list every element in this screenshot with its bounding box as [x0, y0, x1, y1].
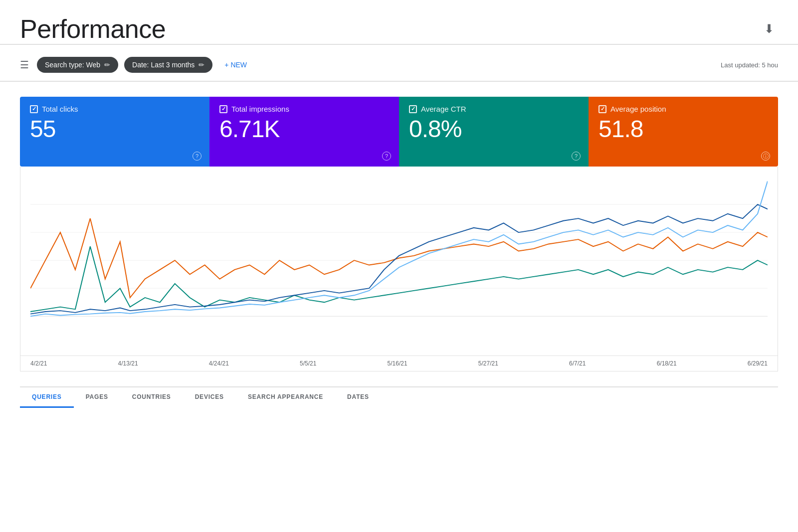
date-label-7: 6/18/21 [657, 360, 677, 367]
metric-card-total-clicks[interactable]: Total clicks 55 ? [20, 97, 209, 167]
new-button[interactable]: + NEW [218, 57, 253, 73]
search-type-label: Search type: Web [45, 61, 100, 69]
metric-card-total-impressions[interactable]: Total impressions 6.71K ? [209, 97, 399, 167]
date-label-2: 4/24/21 [209, 360, 229, 367]
date-label-1: 4/13/21 [118, 360, 138, 367]
tab-countries[interactable]: COUNTRIES [120, 387, 183, 408]
bottom-tabs: QUERIES PAGES COUNTRIES DEVICES SEARCH A… [20, 386, 778, 408]
metric-checkbox-position [598, 105, 606, 113]
filter-bar: ☰ Search type: Web ✏ Date: Last 3 months… [0, 45, 798, 82]
metric-label-impressions: Total impressions [231, 105, 289, 113]
performance-chart [30, 177, 768, 326]
chart-container [20, 167, 778, 356]
tab-dates[interactable]: DATES [335, 387, 381, 408]
tab-queries[interactable]: QUERIES [20, 387, 74, 408]
metric-value-impressions: 6.71K [219, 117, 389, 141]
date-label-4: 5/16/21 [388, 360, 407, 367]
tab-search-appearance[interactable]: SEARCH APPEARANCE [236, 387, 335, 408]
metric-help-clicks[interactable]: ? [193, 152, 201, 161]
date-label: Date: Last 3 months [132, 61, 195, 69]
metric-checkbox-impressions [219, 105, 227, 113]
metric-help-impressions[interactable]: ? [382, 152, 391, 161]
metric-label-ctr: Average CTR [421, 105, 466, 113]
metric-label-clicks: Total clicks [42, 105, 78, 113]
page-container: Performance ⬇ ☰ Search type: Web ✏ Date:… [0, 0, 798, 532]
metric-label-row-ctr: Average CTR [409, 105, 579, 113]
page-title: Performance [20, 14, 166, 44]
metric-label-row-impressions: Total impressions [219, 105, 389, 113]
date-labels-row: 4/2/21 4/13/21 4/24/21 5/5/21 5/16/21 5/… [20, 356, 778, 371]
metric-card-average-position[interactable]: Average position 51.8 ⓘ [589, 97, 778, 167]
date-filter[interactable]: Date: Last 3 months ✏ [124, 57, 212, 73]
date-label-5: 5/27/21 [478, 360, 498, 367]
date-edit-icon: ✏ [199, 61, 204, 69]
metrics-row: Total clicks 55 ? Total impressions 6.71… [20, 97, 778, 167]
header: Performance ⬇ [0, 0, 798, 44]
last-updated: Last updated: 5 hou [721, 61, 778, 69]
metric-help-position[interactable]: ⓘ [761, 152, 770, 161]
orange-line [30, 218, 768, 298]
search-type-edit-icon: ✏ [104, 61, 110, 69]
metric-checkbox-clicks [30, 105, 38, 113]
tab-devices[interactable]: DEVICES [183, 387, 236, 408]
metric-help-ctr[interactable]: ? [572, 152, 581, 161]
date-label-3: 5/5/21 [300, 360, 316, 367]
light-blue-line [30, 181, 768, 316]
search-type-filter[interactable]: Search type: Web ✏ [37, 57, 118, 73]
download-icon[interactable]: ⬇ [760, 18, 778, 40]
metric-label-row-clicks: Total clicks [30, 105, 200, 113]
date-label-0: 4/2/21 [30, 360, 47, 367]
metric-value-position: 51.8 [598, 117, 768, 141]
tab-pages[interactable]: PAGES [74, 387, 120, 408]
metric-checkbox-ctr [409, 105, 417, 113]
date-label-8: 6/29/21 [748, 360, 768, 367]
metric-card-average-ctr[interactable]: Average CTR 0.8% ? [399, 97, 589, 167]
dark-blue-line [30, 204, 768, 314]
metric-label-row-position: Average position [598, 105, 768, 113]
date-label-6: 6/7/21 [569, 360, 586, 367]
metric-label-position: Average position [610, 105, 666, 113]
filter-icon[interactable]: ☰ [20, 59, 29, 71]
metric-value-clicks: 55 [30, 117, 200, 141]
metric-value-ctr: 0.8% [409, 117, 579, 141]
